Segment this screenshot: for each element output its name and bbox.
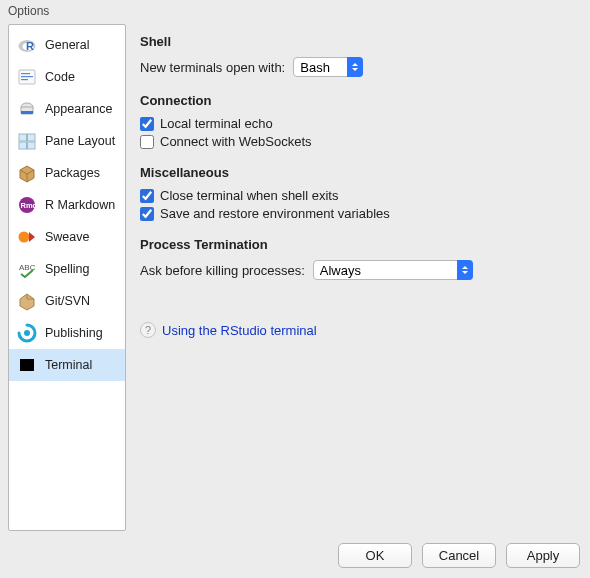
websockets-checkbox[interactable]	[140, 135, 154, 149]
sidebar-item-label: Sweave	[45, 230, 89, 244]
git-icon	[17, 291, 37, 311]
sidebar-item-label: Code	[45, 70, 75, 84]
pane-layout-icon	[17, 131, 37, 151]
options-sidebar: R General Code Appearance P	[8, 24, 126, 531]
sidebar-item-label: Appearance	[45, 102, 112, 116]
sidebar-item-rmarkdown[interactable]: Rmd R Markdown	[9, 189, 125, 221]
save-env-checkbox[interactable]	[140, 207, 154, 221]
section-title-shell: Shell	[140, 34, 578, 49]
save-env-row[interactable]: Save and restore environment variables	[140, 206, 578, 221]
svg-point-18	[24, 330, 30, 336]
svg-rect-4	[21, 73, 30, 74]
svg-rect-12	[19, 142, 27, 149]
svg-rect-5	[21, 76, 33, 77]
local-echo-label: Local terminal echo	[160, 116, 273, 131]
section-title-misc: Miscellaneous	[140, 165, 578, 180]
sidebar-item-label: Pane Layout	[45, 134, 115, 148]
code-icon	[17, 67, 37, 87]
ask-select-wrap: Always	[313, 260, 473, 280]
sidebar-item-appearance[interactable]: Appearance	[9, 93, 125, 125]
sidebar-item-general[interactable]: R General	[9, 29, 125, 61]
ok-button[interactable]: OK	[338, 543, 412, 568]
apply-button[interactable]: Apply	[506, 543, 580, 568]
sidebar-item-label: Terminal	[45, 358, 92, 372]
appearance-icon	[17, 99, 37, 119]
svg-text:R: R	[26, 40, 34, 52]
sidebar-item-packages[interactable]: Packages	[9, 157, 125, 189]
r-logo-icon: R	[17, 35, 37, 55]
save-env-label: Save and restore environment variables	[160, 206, 390, 221]
packages-icon	[17, 163, 37, 183]
ask-select[interactable]: Always	[313, 260, 473, 280]
svg-rect-9	[21, 111, 33, 114]
svg-point-16	[19, 232, 30, 243]
sidebar-item-label: Packages	[45, 166, 100, 180]
sidebar-item-label: R Markdown	[45, 198, 115, 212]
publishing-icon	[17, 323, 37, 343]
svg-text:Rmd: Rmd	[21, 201, 38, 210]
svg-rect-13	[28, 142, 36, 149]
close-on-exit-row[interactable]: Close terminal when shell exits	[140, 188, 578, 203]
websockets-label: Connect with WebSockets	[160, 134, 312, 149]
svg-rect-19	[20, 359, 34, 371]
options-dialog: Options R General Code Appearance	[0, 0, 590, 578]
cancel-button[interactable]: Cancel	[422, 543, 496, 568]
svg-rect-6	[21, 79, 28, 80]
sidebar-item-label: Publishing	[45, 326, 103, 340]
ask-label: Ask before killing processes:	[140, 263, 305, 278]
open-with-select-wrap: Bash	[293, 57, 363, 77]
section-misc: Miscellaneous Close terminal when shell …	[140, 165, 578, 221]
dialog-body: R General Code Appearance P	[0, 20, 590, 535]
sidebar-item-spelling[interactable]: ABC Spelling	[9, 253, 125, 285]
spelling-icon: ABC	[17, 259, 37, 279]
help-link-text: Using the RStudio terminal	[162, 323, 317, 338]
sidebar-item-label: General	[45, 38, 89, 52]
terminal-icon	[17, 355, 37, 375]
button-bar: OK Cancel Apply	[0, 535, 590, 578]
sweave-icon	[17, 227, 37, 247]
section-termination: Process Termination Ask before killing p…	[140, 237, 578, 280]
sidebar-item-label: Spelling	[45, 262, 89, 276]
window-title: Options	[0, 0, 590, 20]
open-with-label: New terminals open with:	[140, 60, 285, 75]
section-connection: Connection Local terminal echo Connect w…	[140, 93, 578, 149]
websockets-row[interactable]: Connect with WebSockets	[140, 134, 578, 149]
svg-rect-11	[28, 134, 36, 141]
close-on-exit-label: Close terminal when shell exits	[160, 188, 338, 203]
help-link[interactable]: ? Using the RStudio terminal	[140, 322, 317, 338]
section-title-termination: Process Termination	[140, 237, 578, 252]
svg-rect-10	[19, 134, 27, 141]
local-echo-row[interactable]: Local terminal echo	[140, 116, 578, 131]
sidebar-item-publishing[interactable]: Publishing	[9, 317, 125, 349]
sidebar-item-code[interactable]: Code	[9, 61, 125, 93]
section-shell: Shell New terminals open with: Bash	[140, 34, 578, 77]
help-icon: ?	[140, 322, 156, 338]
open-with-select[interactable]: Bash	[293, 57, 363, 77]
sidebar-item-label: Git/SVN	[45, 294, 90, 308]
sidebar-item-terminal[interactable]: Terminal	[9, 349, 125, 381]
rmarkdown-icon: Rmd	[17, 195, 37, 215]
section-title-connection: Connection	[140, 93, 578, 108]
options-content: Shell New terminals open with: Bash Conn…	[136, 24, 582, 531]
local-echo-checkbox[interactable]	[140, 117, 154, 131]
sidebar-item-gitsvn[interactable]: Git/SVN	[9, 285, 125, 317]
close-on-exit-checkbox[interactable]	[140, 189, 154, 203]
sidebar-item-pane-layout[interactable]: Pane Layout	[9, 125, 125, 157]
sidebar-item-sweave[interactable]: Sweave	[9, 221, 125, 253]
